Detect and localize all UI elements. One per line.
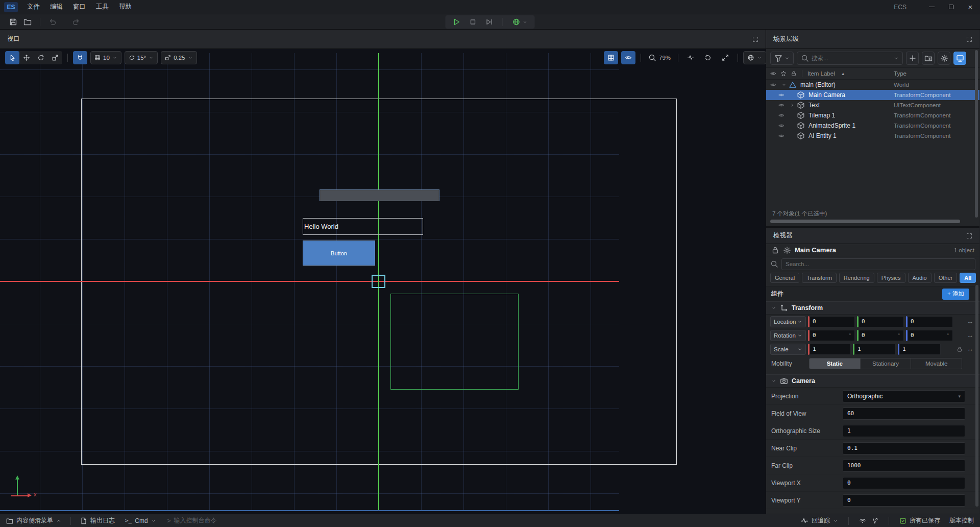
- save-button[interactable]: [6, 16, 20, 28]
- move-tool-button[interactable]: [19, 51, 34, 64]
- viewport-expand-icon[interactable]: [752, 36, 758, 42]
- rotation-z-input[interactable]: 0°: [906, 330, 953, 341]
- grid-toggle-button[interactable]: [604, 51, 618, 64]
- mobility-static-button[interactable]: Static: [810, 358, 861, 369]
- orthographic-size-input[interactable]: 1: [843, 425, 965, 437]
- hierarchy-expand-icon[interactable]: [966, 36, 972, 42]
- snap-toggle-button[interactable]: [73, 51, 87, 64]
- viewport-x-input[interactable]: 0: [843, 477, 965, 489]
- mobility-stationary-button[interactable]: Stationary: [861, 358, 912, 369]
- near-clip-input[interactable]: 0.1: [843, 442, 965, 454]
- scene-button-object[interactable]: Button: [303, 241, 375, 266]
- network-status-icon[interactable]: [859, 517, 866, 524]
- version-control-button[interactable]: 版本控制: [949, 516, 974, 525]
- inspector-search-input[interactable]: [786, 261, 971, 267]
- viewport-canvas[interactable]: Hello World Button x: [0, 49, 766, 514]
- rotate-snap-dropdown[interactable]: 15°: [125, 51, 158, 64]
- hierarchy-settings-button[interactable]: [938, 52, 950, 65]
- tree-row-main-camera[interactable]: Main Camera TransformComponent: [766, 90, 979, 100]
- inspector-vscrollbar[interactable]: [975, 285, 978, 507]
- world-view-dropdown[interactable]: [743, 51, 766, 64]
- projection-dropdown[interactable]: Orthographic ▾: [843, 390, 965, 402]
- eye-icon[interactable]: [770, 82, 776, 88]
- zoom-control[interactable]: 79%: [646, 54, 673, 62]
- hierarchy-hscrollbar[interactable]: [770, 219, 975, 224]
- scene-panel-object[interactable]: [320, 189, 439, 201]
- scale-snap-dropdown[interactable]: 0.25: [161, 51, 197, 64]
- column-item-label[interactable]: Item Label: [807, 70, 835, 77]
- tree-row-main[interactable]: main (Editor) World: [766, 80, 979, 90]
- tree-row-ai-entity[interactable]: AI Entity 1 TransformComponent: [766, 131, 979, 141]
- tab-other[interactable]: Other: [934, 273, 958, 283]
- field-of-view-input[interactable]: 60: [843, 408, 965, 420]
- lock-column-icon[interactable]: [791, 70, 797, 77]
- stats-button[interactable]: [683, 51, 698, 64]
- menu-tools[interactable]: 工具: [91, 0, 114, 14]
- hierarchy-search-input[interactable]: [812, 55, 883, 61]
- viewport-y-input[interactable]: 0: [843, 494, 965, 507]
- step-button[interactable]: [485, 18, 494, 26]
- open-folder-button[interactable]: [20, 16, 35, 28]
- location-z-input[interactable]: 0: [906, 316, 953, 327]
- tab-rendering[interactable]: Rendering: [839, 273, 874, 283]
- location-x-input[interactable]: 0: [808, 316, 855, 327]
- scale-tool-button[interactable]: [48, 51, 62, 64]
- console-command-input[interactable]: > 输入控制台命令: [167, 516, 217, 525]
- select-tool-button[interactable]: [5, 51, 19, 64]
- link-values-icon[interactable]: ↔: [967, 332, 973, 339]
- scale-z-input[interactable]: 1: [898, 344, 941, 355]
- scene-text-object[interactable]: Hello World: [303, 218, 423, 235]
- tree-row-animatedsprite[interactable]: AnimatedSprite 1 TransformComponent: [766, 121, 979, 131]
- eye-icon[interactable]: [778, 133, 785, 139]
- hierarchy-search-box[interactable]: [797, 52, 903, 65]
- link-values-icon[interactable]: ↔: [967, 318, 973, 325]
- favorite-column-icon[interactable]: [780, 70, 787, 77]
- rotate-tool-button[interactable]: [34, 51, 48, 64]
- scene-region-outline[interactable]: [390, 294, 519, 390]
- new-folder-button[interactable]: [922, 52, 935, 65]
- eye-icon[interactable]: [778, 102, 785, 108]
- selection-gizmo-box[interactable]: [372, 275, 385, 288]
- tab-transform[interactable]: Transform: [802, 273, 837, 283]
- tree-row-tilemap[interactable]: Tilemap 1 TransformComponent: [766, 110, 979, 121]
- tab-general[interactable]: General: [770, 273, 799, 283]
- rotation-y-input[interactable]: 0°: [857, 330, 904, 341]
- location-y-input[interactable]: 0: [857, 316, 904, 327]
- fullscreen-button[interactable]: [718, 51, 732, 64]
- location-dropdown[interactable]: Location: [770, 316, 806, 327]
- add-component-button[interactable]: + 添加: [942, 289, 969, 300]
- lock-scale-icon[interactable]: [957, 346, 963, 352]
- rotation-dropdown[interactable]: Rotation: [770, 330, 806, 341]
- transform-section-header[interactable]: Transform: [766, 301, 979, 315]
- eye-icon[interactable]: [778, 92, 785, 98]
- content-drawer-button[interactable]: 内容侧滑菜单: [6, 516, 61, 525]
- tab-audio[interactable]: Audio: [908, 273, 932, 283]
- link-values-icon[interactable]: ↔: [967, 346, 973, 352]
- view-mode-button[interactable]: [953, 52, 966, 65]
- tree-row-text[interactable]: Text UITextComponent: [766, 100, 979, 110]
- mobility-movable-button[interactable]: Movable: [911, 358, 962, 369]
- column-type[interactable]: Type: [894, 70, 906, 77]
- scale-y-input[interactable]: 1: [853, 344, 896, 355]
- grid-snap-dropdown[interactable]: 10: [90, 51, 121, 64]
- rotation-x-input[interactable]: 0°: [808, 330, 855, 341]
- visibility-column-icon[interactable]: [770, 70, 776, 77]
- gear-icon[interactable]: [783, 246, 791, 254]
- add-entity-button[interactable]: [906, 52, 919, 65]
- launch-target-dropdown[interactable]: [512, 18, 528, 26]
- scale-x-input[interactable]: 1: [808, 344, 851, 355]
- close-button[interactable]: ×: [961, 0, 980, 14]
- chevron-right-icon[interactable]: [789, 103, 796, 108]
- source-control-icon[interactable]: [871, 517, 878, 524]
- camera-section-header[interactable]: Camera: [766, 374, 979, 388]
- tab-all[interactable]: All: [960, 273, 976, 283]
- inspector-expand-icon[interactable]: [966, 233, 972, 239]
- visibility-toggle-button[interactable]: [621, 51, 635, 64]
- menu-file[interactable]: 文件: [22, 0, 45, 14]
- cmd-dropdown[interactable]: >_ Cmd: [125, 517, 156, 524]
- output-log-button[interactable]: 输出日志: [80, 516, 115, 525]
- app-logo[interactable]: ES: [4, 2, 18, 12]
- filter-button[interactable]: [770, 52, 794, 65]
- lock-icon[interactable]: [771, 246, 779, 254]
- scale-dropdown[interactable]: Scale: [770, 344, 806, 355]
